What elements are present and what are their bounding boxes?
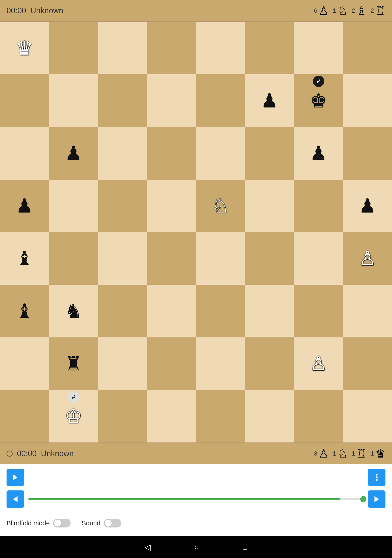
board-cell[interactable]: ♝ xyxy=(0,232,49,285)
bottom-player-bar: 00:00 Unknown 3♙1♘1♖1♛ xyxy=(0,443,392,464)
board-cell[interactable] xyxy=(245,127,294,180)
menu-button[interactable] xyxy=(368,469,385,486)
board-cell[interactable] xyxy=(98,127,147,180)
board-cell[interactable] xyxy=(147,337,196,390)
board-cell[interactable] xyxy=(343,285,392,337)
board-cell[interactable] xyxy=(196,285,245,337)
board-cell[interactable] xyxy=(98,390,147,443)
board-cell[interactable] xyxy=(0,74,49,127)
back-button[interactable]: ◁ xyxy=(145,542,151,552)
sound-toggle[interactable] xyxy=(104,519,121,527)
board-cell[interactable] xyxy=(196,390,245,443)
progress-slider[interactable] xyxy=(28,498,364,500)
board-cell[interactable]: ♟ xyxy=(343,180,392,232)
chess-board[interactable]: ♛♟✓♚♟♟♟♘♟♝♙♝♞♜♙#♔ xyxy=(0,22,392,443)
board-cell[interactable] xyxy=(147,127,196,180)
piece-count: 1 xyxy=(370,450,374,457)
bottom-captured-pieces: 3♙1♘1♖1♛ xyxy=(314,448,385,459)
board-cell[interactable] xyxy=(245,180,294,232)
piece-icon: ♘ xyxy=(338,448,348,459)
sound-toggle-group: Sound xyxy=(81,519,121,527)
play-button[interactable] xyxy=(7,469,24,486)
board-cell[interactable] xyxy=(49,232,98,285)
board-cell[interactable] xyxy=(98,232,147,285)
piece-icon: ♙ xyxy=(319,5,329,16)
board-cell[interactable] xyxy=(245,390,294,443)
chess-piece-black: ♟ xyxy=(16,196,33,216)
top-player-name: Unknown xyxy=(31,6,63,15)
board-cell[interactable] xyxy=(343,337,392,390)
blindfold-knob xyxy=(54,520,61,527)
piece-count: 1 xyxy=(333,7,336,14)
board-cell[interactable] xyxy=(147,180,196,232)
board-cell[interactable]: ♙ xyxy=(294,337,343,390)
board-cell[interactable] xyxy=(196,232,245,285)
board-cell[interactable] xyxy=(245,285,294,337)
board-cell[interactable] xyxy=(147,232,196,285)
board-cell[interactable]: ♝ xyxy=(0,285,49,337)
board-cell[interactable] xyxy=(196,127,245,180)
chess-piece-white: ♙ xyxy=(359,249,376,268)
board-cell[interactable] xyxy=(147,22,196,74)
chess-piece-black: ♚ xyxy=(310,91,327,111)
prev-button[interactable] xyxy=(7,490,24,508)
slider-fill xyxy=(28,498,340,500)
board-cell[interactable] xyxy=(196,337,245,390)
board-cell[interactable]: ♞ xyxy=(49,285,98,337)
board-cell[interactable] xyxy=(245,232,294,285)
recent-button[interactable]: □ xyxy=(243,542,247,552)
board-cell[interactable]: ♘ xyxy=(196,180,245,232)
board-cell[interactable] xyxy=(98,337,147,390)
board-cell[interactable] xyxy=(147,285,196,337)
board-cell[interactable] xyxy=(0,337,49,390)
chess-piece-white: ♙ xyxy=(310,354,327,373)
board-cell[interactable] xyxy=(49,180,98,232)
board-cell[interactable]: #♔ xyxy=(49,390,98,443)
board-cell[interactable] xyxy=(294,180,343,232)
board-cell[interactable] xyxy=(0,127,49,180)
board-cell[interactable] xyxy=(294,285,343,337)
board-cell[interactable]: ✓♚ xyxy=(294,74,343,127)
board-cell[interactable] xyxy=(294,390,343,443)
board-cell[interactable] xyxy=(343,22,392,74)
board-cell[interactable] xyxy=(343,127,392,180)
captured-piece-group: 2♖ xyxy=(370,5,385,16)
board-cell[interactable] xyxy=(294,232,343,285)
board-cell[interactable] xyxy=(98,74,147,127)
blindfold-toggle[interactable] xyxy=(53,519,71,527)
board-cell[interactable] xyxy=(98,180,147,232)
home-button[interactable]: ○ xyxy=(194,542,199,552)
piece-icon: ♖ xyxy=(356,448,366,459)
captured-piece-group: 2♗ xyxy=(352,5,367,16)
top-player-bar: 00:00 Unknown 6♙1♘2♗2♖ xyxy=(0,0,392,22)
board-cell[interactable] xyxy=(49,22,98,74)
board-cell[interactable]: ♟ xyxy=(49,127,98,180)
board-cell[interactable] xyxy=(343,390,392,443)
piece-count: 2 xyxy=(352,7,355,14)
board-cell[interactable] xyxy=(147,390,196,443)
board-cell[interactable] xyxy=(0,390,49,443)
controls-row-buttons xyxy=(7,469,385,486)
next-button[interactable] xyxy=(368,490,385,508)
svg-marker-4 xyxy=(13,496,18,502)
board-cell[interactable]: ♛ xyxy=(0,22,49,74)
board-cell[interactable]: ♟ xyxy=(294,127,343,180)
board-cell[interactable]: ♙ xyxy=(343,232,392,285)
chess-piece-black: ♝ xyxy=(16,301,33,321)
svg-point-3 xyxy=(376,479,378,481)
board-cell[interactable] xyxy=(98,22,147,74)
blindfold-toggle-group: Blindfold mode xyxy=(7,519,71,527)
board-cell[interactable] xyxy=(245,337,294,390)
board-cell[interactable] xyxy=(343,74,392,127)
board-cell[interactable] xyxy=(147,74,196,127)
board-cell[interactable] xyxy=(196,74,245,127)
board-cell[interactable] xyxy=(196,22,245,74)
board-cell[interactable] xyxy=(294,22,343,74)
piece-icon: ♗ xyxy=(356,5,366,16)
board-cell[interactable]: ♜ xyxy=(49,337,98,390)
board-cell[interactable] xyxy=(245,22,294,74)
board-cell[interactable] xyxy=(49,74,98,127)
board-cell[interactable] xyxy=(98,285,147,337)
board-cell[interactable]: ♟ xyxy=(245,74,294,127)
board-cell[interactable]: ♟ xyxy=(0,180,49,232)
